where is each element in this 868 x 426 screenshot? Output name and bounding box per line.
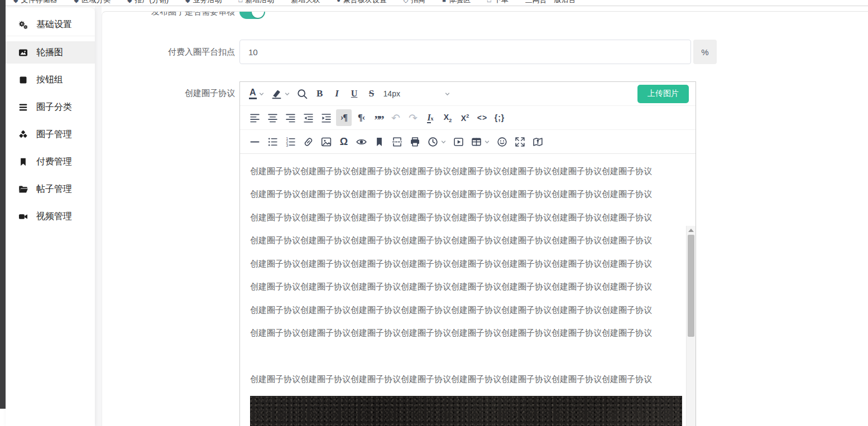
map-icon[interactable]: [530, 133, 546, 150]
topbar-item[interactable]: 新增关联: [291, 0, 320, 5]
sidebar: 基础设置轮播图按钮组圈子分类圈子管理付费管理帖子管理视频管理: [6, 8, 95, 426]
chevron-down-icon: [440, 139, 447, 145]
square-icon: ■: [442, 0, 446, 3]
topbar-item-label: 业务活动: [193, 0, 222, 5]
bullet-list-icon[interactable]: [265, 133, 281, 150]
bookmark-icon[interactable]: [371, 133, 387, 150]
zoom-icon[interactable]: [294, 85, 310, 102]
topbar-item[interactable]: □新增活动: [239, 0, 275, 5]
table-icon[interactable]: [468, 133, 492, 150]
circle-icon: ●: [337, 0, 341, 3]
page-break-icon[interactable]: [389, 133, 405, 150]
ordered-list-icon[interactable]: 123: [282, 133, 299, 150]
font-color-icon[interactable]: A: [247, 85, 267, 102]
topbar-item[interactable]: ■体验区: [442, 0, 471, 5]
topbar-item-label: 三网合一版后台: [525, 0, 576, 5]
topbar-item-label: 新增关联: [291, 0, 320, 5]
editor-toolbar-row3: 123Ω: [240, 130, 696, 154]
clock-icon[interactable]: [425, 133, 449, 150]
sidebar-item-轮播图[interactable]: 轮播图: [6, 41, 95, 64]
main-content: 发布圈子是否需要审核 付费入圈平台扣点 % 创建圈子协议 ABIUS14px上传…: [102, 11, 868, 426]
form-row-deduction: 付费入圈平台扣点 %: [102, 40, 868, 64]
deduction-input[interactable]: [239, 40, 691, 64]
folder-icon: [18, 184, 28, 195]
link-icon[interactable]: [300, 133, 316, 150]
chevron-down-icon: [258, 91, 265, 97]
italic-icon[interactable]: I: [329, 85, 345, 102]
superscript-icon[interactable]: X2: [457, 109, 473, 126]
editor-paragraph: 创建圈子协议创建圈子协议创建圈子协议创建圈子协议创建圈子协议创建圈子协议创建圈子…: [250, 211, 675, 224]
list-icon: [18, 102, 28, 113]
clear-format-icon[interactable]: Ix: [423, 109, 438, 126]
fullscreen-icon[interactable]: [512, 133, 528, 150]
topbar-item[interactable]: ●聚合板块设置: [337, 0, 387, 5]
outdent-icon[interactable]: [300, 109, 316, 126]
align-right-icon[interactable]: [282, 109, 299, 126]
diamond-icon: ◆: [74, 0, 78, 4]
editor-content[interactable]: 创建圈子协议创建圈子协议创建圈子协议创建圈子协议创建圈子协议创建圈子协议创建圈子…: [240, 154, 696, 426]
topbar-item[interactable]: ◆业务活动: [185, 0, 222, 5]
highlight-icon[interactable]: [268, 85, 292, 102]
upload-image-button[interactable]: 上传图片: [637, 85, 689, 103]
editor-paragraph: 创建圈子协议创建圈子协议创建圈子协议创建圈子协议创建圈子协议创建圈子协议创建圈子…: [250, 257, 675, 270]
svg-text:3: 3: [286, 143, 288, 147]
align-left-icon[interactable]: [247, 109, 263, 126]
sidebar-item-按钮组[interactable]: 按钮组: [6, 69, 95, 91]
subscript-icon[interactable]: X2: [440, 109, 455, 126]
ltr-icon[interactable]: ›¶: [336, 109, 352, 126]
audit-toggle-switch[interactable]: [239, 11, 265, 19]
topbar-item[interactable]: ◇招商: [404, 0, 425, 5]
board-icon: □: [239, 0, 243, 3]
topbar-item[interactable]: □下单: [487, 0, 509, 5]
hr-icon[interactable]: [247, 133, 263, 150]
undo-icon[interactable]: ↶: [388, 109, 404, 126]
topbar: ◆文件存储器◆区域分类◆推广(分销)◆业务活动□新增活动新增关联●聚合板块设置◇…: [6, 0, 868, 6]
editor-paragraphs: 创建圈子协议创建圈子协议创建圈子协议创建圈子协议创建圈子协议创建圈子协议创建圈子…: [250, 164, 675, 386]
sidebar-item-视频管理[interactable]: 视频管理: [6, 205, 95, 227]
editor-scrollbar[interactable]: [686, 226, 696, 426]
topbar-item[interactable]: 三网合一版后台: [525, 0, 576, 5]
editor-paragraph: 创建圈子协议创建圈子协议创建圈子协议创建圈子协议创建圈子协议创建圈子协议创建圈子…: [250, 164, 675, 178]
omega-icon[interactable]: Ω: [336, 133, 352, 150]
code-icon[interactable]: <>: [474, 109, 490, 126]
topbar-item-label: 体验区: [449, 0, 471, 5]
redo-icon[interactable]: ↷: [405, 109, 421, 126]
indent-icon[interactable]: [318, 109, 334, 126]
emoji-icon[interactable]: [494, 133, 510, 150]
print-icon[interactable]: [407, 133, 423, 150]
scrollbar-thumb[interactable]: [688, 235, 694, 337]
sidebar-item-label: 按钮组: [36, 74, 63, 86]
underline-icon[interactable]: U: [347, 85, 362, 102]
image-icon[interactable]: [318, 133, 334, 150]
editor-paragraph: 创建圈子协议创建圈子协议创建圈子协议创建圈子协议创建圈子协议创建圈子协议创建圈子…: [250, 326, 675, 340]
sidebar-item-圈子管理[interactable]: 圈子管理: [6, 123, 95, 146]
topbar-item[interactable]: ◆推广(分销): [127, 0, 169, 5]
topbar-item[interactable]: ◆文件存储器: [13, 0, 57, 5]
bold-icon[interactable]: B: [312, 85, 328, 102]
sidebar-item-label: 付费管理: [36, 156, 72, 168]
topbar-item[interactable]: ◆区域分类: [74, 0, 110, 5]
editor-paragraph: 创建圈子协议创建圈子协议创建圈子协议创建圈子协议创建圈子协议创建圈子协议创建圈子…: [250, 234, 675, 247]
rtl-icon[interactable]: ¶‹: [353, 109, 369, 126]
font-size-select[interactable]: 14px: [381, 85, 453, 102]
code-block-icon[interactable]: {;}: [492, 109, 507, 126]
strikethrough-icon[interactable]: S: [364, 85, 380, 102]
carousel-icon: [18, 47, 28, 58]
rich-text-editor: ABIUS14px上传图片 ›¶¶‹””↶↷IxX2X2<>{;} 123Ω 创…: [239, 81, 696, 426]
topbar-item-label: 推广(分销): [135, 0, 169, 5]
sidebar-item-帖子管理[interactable]: 帖子管理: [6, 178, 95, 200]
sidebar-item-label: 基础设置: [36, 19, 72, 31]
quote-icon[interactable]: ””: [371, 109, 386, 126]
editor-paragraph: 创建圈子协议创建圈子协议创建圈子协议创建圈子协议创建圈子协议创建圈子协议创建圈子…: [250, 280, 675, 293]
sidebar-item-圈子分类[interactable]: 圈子分类: [6, 96, 95, 118]
preview-icon[interactable]: [353, 133, 370, 150]
sidebar-item-基础设置[interactable]: 基础设置: [6, 14, 95, 36]
scrollbar-up-arrow-icon[interactable]: [688, 229, 694, 232]
diamond-icon: ◆: [185, 0, 190, 4]
sidebar-item-付费管理[interactable]: 付费管理: [6, 151, 95, 173]
video-icon[interactable]: [450, 133, 467, 150]
sidebar-item-label: 圈子分类: [36, 101, 72, 113]
collapsed-nav-strip: [0, 0, 6, 409]
align-center-icon[interactable]: [265, 109, 281, 126]
editor-dark-texture-image: [250, 396, 682, 426]
